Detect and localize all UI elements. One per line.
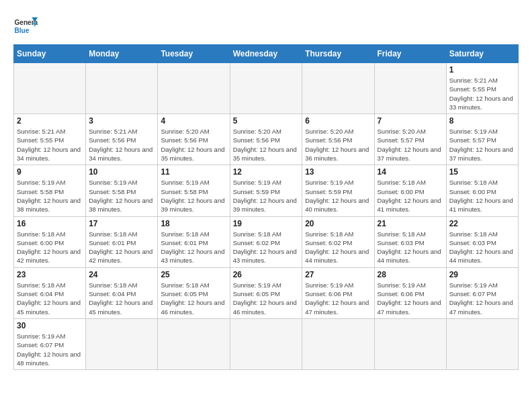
day-number: 6 bbox=[305, 116, 371, 126]
calendar-cell bbox=[158, 63, 230, 114]
logo: General Blue bbox=[13, 13, 38, 38]
calendar-cell: 17Sunrise: 5:18 AM Sunset: 6:01 PM Dayli… bbox=[86, 216, 158, 267]
day-number: 22 bbox=[449, 219, 515, 228]
day-info: Sunrise: 5:18 AM Sunset: 6:00 PM Dayligh… bbox=[17, 230, 83, 265]
calendar-cell bbox=[230, 318, 302, 369]
day-number: 20 bbox=[305, 219, 371, 228]
calendar-cell bbox=[86, 63, 158, 114]
week-row-1: 1Sunrise: 5:21 AM Sunset: 5:55 PM Daylig… bbox=[14, 63, 519, 114]
day-number: 26 bbox=[233, 270, 300, 279]
calendar-cell: 15Sunrise: 5:18 AM Sunset: 6:00 PM Dayli… bbox=[446, 165, 518, 216]
logo-icon: General Blue bbox=[13, 13, 38, 38]
calendar-cell bbox=[374, 318, 446, 369]
day-info: Sunrise: 5:19 AM Sunset: 5:58 PM Dayligh… bbox=[17, 178, 83, 214]
calendar-cell: 9Sunrise: 5:19 AM Sunset: 5:58 PM Daylig… bbox=[14, 165, 86, 216]
calendar-cell: 7Sunrise: 5:20 AM Sunset: 5:57 PM Daylig… bbox=[374, 114, 446, 165]
calendar-cell: 13Sunrise: 5:19 AM Sunset: 5:59 PM Dayli… bbox=[302, 165, 374, 216]
day-info: Sunrise: 5:18 AM Sunset: 6:03 PM Dayligh… bbox=[378, 230, 443, 265]
page-header: General Blue bbox=[13, 13, 519, 38]
day-number: 14 bbox=[378, 167, 443, 177]
day-number: 23 bbox=[17, 270, 83, 279]
week-row-2: 2Sunrise: 5:21 AM Sunset: 5:55 PM Daylig… bbox=[14, 114, 519, 165]
calendar-cell: 24Sunrise: 5:18 AM Sunset: 6:04 PM Dayli… bbox=[86, 267, 158, 318]
calendar-cell: 21Sunrise: 5:18 AM Sunset: 6:03 PM Dayli… bbox=[374, 216, 446, 267]
day-info: Sunrise: 5:21 AM Sunset: 5:56 PM Dayligh… bbox=[89, 127, 154, 163]
day-number: 7 bbox=[378, 116, 443, 126]
calendar-cell bbox=[374, 63, 446, 114]
calendar-cell: 4Sunrise: 5:20 AM Sunset: 5:56 PM Daylig… bbox=[158, 114, 230, 165]
day-number: 17 bbox=[89, 219, 154, 228]
day-number: 18 bbox=[161, 219, 226, 228]
day-info: Sunrise: 5:18 AM Sunset: 6:00 PM Dayligh… bbox=[449, 178, 515, 214]
day-info: Sunrise: 5:18 AM Sunset: 6:02 PM Dayligh… bbox=[305, 230, 371, 265]
column-header-monday: Monday bbox=[86, 45, 158, 63]
column-header-thursday: Thursday bbox=[302, 45, 374, 63]
column-header-wednesday: Wednesday bbox=[230, 45, 302, 63]
calendar-cell: 23Sunrise: 5:18 AM Sunset: 6:04 PM Dayli… bbox=[14, 267, 86, 318]
day-number: 4 bbox=[161, 116, 226, 126]
day-number: 9 bbox=[17, 167, 83, 177]
day-info: Sunrise: 5:19 AM Sunset: 5:59 PM Dayligh… bbox=[233, 178, 300, 214]
day-info: Sunrise: 5:18 AM Sunset: 6:03 PM Dayligh… bbox=[449, 230, 515, 265]
calendar-cell: 25Sunrise: 5:18 AM Sunset: 6:05 PM Dayli… bbox=[158, 267, 230, 318]
day-number: 1 bbox=[449, 65, 515, 75]
day-info: Sunrise: 5:20 AM Sunset: 5:57 PM Dayligh… bbox=[378, 127, 443, 163]
header-row: SundayMondayTuesdayWednesdayThursdayFrid… bbox=[14, 45, 519, 63]
calendar-cell: 20Sunrise: 5:18 AM Sunset: 6:02 PM Dayli… bbox=[302, 216, 374, 267]
day-number: 25 bbox=[161, 270, 226, 279]
calendar-cell bbox=[446, 318, 518, 369]
day-info: Sunrise: 5:18 AM Sunset: 6:00 PM Dayligh… bbox=[378, 178, 443, 214]
column-header-sunday: Sunday bbox=[14, 45, 86, 63]
calendar-cell: 1Sunrise: 5:21 AM Sunset: 5:55 PM Daylig… bbox=[446, 63, 518, 114]
calendar-cell bbox=[302, 63, 374, 114]
day-info: Sunrise: 5:21 AM Sunset: 5:55 PM Dayligh… bbox=[17, 127, 83, 163]
day-info: Sunrise: 5:19 AM Sunset: 5:58 PM Dayligh… bbox=[89, 178, 154, 214]
day-info: Sunrise: 5:19 AM Sunset: 6:06 PM Dayligh… bbox=[378, 281, 443, 316]
day-number: 5 bbox=[233, 116, 300, 126]
calendar-cell bbox=[302, 318, 374, 369]
calendar-cell: 16Sunrise: 5:18 AM Sunset: 6:00 PM Dayli… bbox=[14, 216, 86, 267]
calendar-cell: 27Sunrise: 5:19 AM Sunset: 6:06 PM Dayli… bbox=[302, 267, 374, 318]
calendar-cell: 6Sunrise: 5:20 AM Sunset: 5:56 PM Daylig… bbox=[302, 114, 374, 165]
calendar-cell: 18Sunrise: 5:18 AM Sunset: 6:01 PM Dayli… bbox=[158, 216, 230, 267]
calendar-cell bbox=[86, 318, 158, 369]
calendar-cell: 5Sunrise: 5:20 AM Sunset: 5:56 PM Daylig… bbox=[230, 114, 302, 165]
day-number: 13 bbox=[305, 167, 371, 177]
day-number: 12 bbox=[233, 167, 300, 177]
calendar-table: SundayMondayTuesdayWednesdayThursdayFrid… bbox=[13, 44, 519, 370]
calendar-cell: 3Sunrise: 5:21 AM Sunset: 5:56 PM Daylig… bbox=[86, 114, 158, 165]
column-header-tuesday: Tuesday bbox=[158, 45, 230, 63]
week-row-3: 9Sunrise: 5:19 AM Sunset: 5:58 PM Daylig… bbox=[14, 165, 519, 216]
week-row-4: 16Sunrise: 5:18 AM Sunset: 6:00 PM Dayli… bbox=[14, 216, 519, 267]
day-info: Sunrise: 5:19 AM Sunset: 6:06 PM Dayligh… bbox=[305, 281, 371, 316]
day-number: 29 bbox=[449, 270, 515, 279]
calendar-cell: 19Sunrise: 5:18 AM Sunset: 6:02 PM Dayli… bbox=[230, 216, 302, 267]
day-number: 28 bbox=[378, 270, 443, 279]
day-info: Sunrise: 5:19 AM Sunset: 6:05 PM Dayligh… bbox=[233, 281, 300, 316]
day-info: Sunrise: 5:18 AM Sunset: 6:05 PM Dayligh… bbox=[161, 281, 226, 316]
day-number: 19 bbox=[233, 219, 300, 228]
calendar-cell: 11Sunrise: 5:19 AM Sunset: 5:58 PM Dayli… bbox=[158, 165, 230, 216]
day-info: Sunrise: 5:18 AM Sunset: 6:02 PM Dayligh… bbox=[233, 230, 300, 265]
week-row-5: 23Sunrise: 5:18 AM Sunset: 6:04 PM Dayli… bbox=[14, 267, 519, 318]
day-number: 15 bbox=[449, 167, 515, 177]
day-number: 21 bbox=[378, 219, 443, 228]
day-number: 30 bbox=[17, 321, 83, 330]
day-number: 3 bbox=[89, 116, 154, 126]
week-row-6: 30Sunrise: 5:19 AM Sunset: 6:07 PM Dayli… bbox=[14, 318, 519, 369]
calendar-cell: 14Sunrise: 5:18 AM Sunset: 6:00 PM Dayli… bbox=[374, 165, 446, 216]
day-number: 11 bbox=[161, 167, 226, 177]
day-number: 8 bbox=[449, 116, 515, 126]
day-info: Sunrise: 5:19 AM Sunset: 5:57 PM Dayligh… bbox=[449, 127, 515, 163]
calendar-cell bbox=[230, 63, 302, 114]
calendar-cell: 10Sunrise: 5:19 AM Sunset: 5:58 PM Dayli… bbox=[86, 165, 158, 216]
day-number: 2 bbox=[17, 116, 83, 126]
day-info: Sunrise: 5:20 AM Sunset: 5:56 PM Dayligh… bbox=[233, 127, 300, 163]
calendar-cell: 2Sunrise: 5:21 AM Sunset: 5:55 PM Daylig… bbox=[14, 114, 86, 165]
day-info: Sunrise: 5:19 AM Sunset: 6:07 PM Dayligh… bbox=[449, 281, 515, 316]
day-info: Sunrise: 5:21 AM Sunset: 5:55 PM Dayligh… bbox=[449, 76, 515, 111]
calendar-cell: 12Sunrise: 5:19 AM Sunset: 5:59 PM Dayli… bbox=[230, 165, 302, 216]
calendar-cell: 22Sunrise: 5:18 AM Sunset: 6:03 PM Dayli… bbox=[446, 216, 518, 267]
day-info: Sunrise: 5:19 AM Sunset: 5:58 PM Dayligh… bbox=[161, 178, 226, 214]
day-number: 10 bbox=[89, 167, 154, 177]
